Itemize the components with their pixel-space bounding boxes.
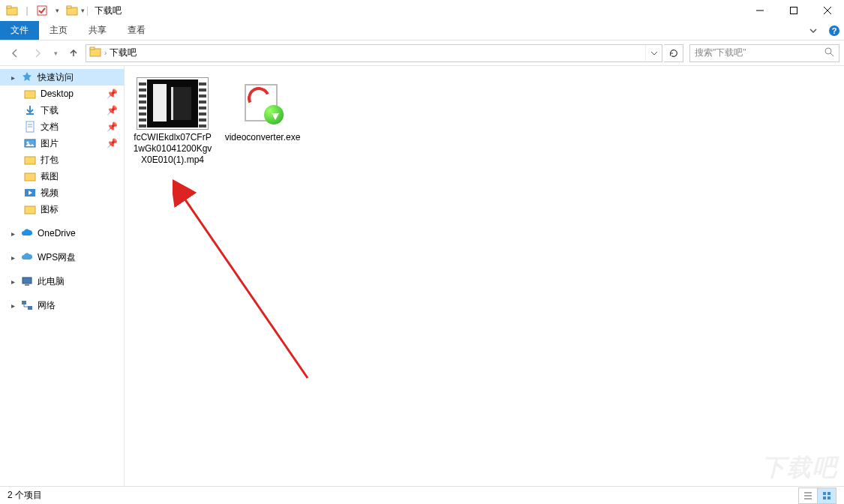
file-tab[interactable]: 文件	[0, 21, 39, 40]
video-icon	[24, 187, 36, 199]
status-bar: 2 个项目	[0, 486, 844, 504]
up-button[interactable]	[63, 44, 84, 63]
file-item-video[interactable]: fcCWIEkdlx07CFrP1wGk01041200KgvX0E010(1)…	[131, 75, 215, 166]
refresh-button[interactable]	[664, 44, 683, 62]
folder-icon	[24, 88, 36, 100]
svg-rect-36	[823, 496, 826, 500]
navigation-pane: ▸ 快速访问 Desktop📌 下载📌 文档📌 图片📌 打包 截图 视频 图标 …	[0, 66, 125, 486]
exe-icon	[225, 75, 300, 132]
sidebar-item-desktop[interactable]: Desktop📌	[0, 86, 124, 102]
svg-point-13	[825, 48, 831, 54]
breadcrumb-separator[interactable]: ›	[104, 49, 107, 57]
folder-icon	[24, 154, 36, 166]
svg-rect-26	[23, 278, 32, 284]
forward-button[interactable]	[27, 44, 48, 63]
sidebar-item-pictures[interactable]: 图片📌	[0, 135, 124, 152]
sidebar-thispc[interactable]: ▸此电脑	[0, 273, 124, 290]
folder-icon	[24, 203, 36, 215]
explorer-body: ▸ 快速访问 Desktop📌 下载📌 文档📌 图片📌 打包 截图 视频 图标 …	[0, 66, 844, 486]
sidebar-item-downloads[interactable]: 下载📌	[0, 102, 124, 118]
expand-icon[interactable]: ▸	[9, 302, 17, 310]
svg-rect-27	[25, 284, 29, 286]
pin-icon: 📌	[107, 88, 118, 99]
file-item-exe[interactable]: videoconverter.exe	[221, 75, 305, 143]
icons-view-button[interactable]	[817, 488, 836, 504]
expand-icon[interactable]: ▸	[9, 230, 17, 238]
folder-app-icon	[5, 3, 20, 18]
document-icon	[24, 121, 36, 133]
search-box[interactable]: 搜索"下载吧"	[689, 44, 839, 62]
svg-rect-1	[7, 6, 11, 8]
qat-dropdown-icon[interactable]: ▾	[50, 3, 65, 18]
maximize-button[interactable]	[776, 0, 810, 21]
cloud-icon	[21, 227, 33, 239]
sidebar-quick-access[interactable]: ▸ 快速访问	[0, 69, 124, 86]
search-placeholder: 搜索"下载吧"	[695, 46, 746, 59]
details-view-button[interactable]	[798, 488, 818, 504]
svg-rect-37	[827, 496, 830, 500]
back-button[interactable]	[5, 44, 26, 63]
folder-icon	[24, 170, 36, 182]
quick-access-toolbar: | ▾ ▾ |	[0, 3, 89, 18]
expand-icon[interactable]: ▸	[9, 254, 17, 262]
close-button[interactable]	[810, 0, 844, 21]
svg-line-30	[183, 196, 308, 378]
network-icon	[21, 299, 33, 311]
svg-rect-25	[25, 206, 35, 214]
qat-separator: |	[20, 3, 35, 18]
sidebar-label: 快速访问	[38, 71, 74, 84]
pictures-icon	[24, 137, 36, 149]
cloud-icon	[21, 251, 33, 263]
sidebar-network[interactable]: ▸网络	[0, 297, 124, 314]
folder-title-icon	[65, 3, 80, 18]
svg-rect-34	[823, 492, 826, 495]
breadcrumb-item[interactable]: 下载吧	[110, 46, 137, 59]
address-dropdown-icon[interactable]	[645, 45, 662, 62]
svg-rect-4	[67, 6, 71, 8]
expand-icon[interactable]: ▸	[9, 74, 17, 82]
svg-rect-2	[38, 6, 47, 15]
star-icon	[21, 71, 33, 83]
address-bar[interactable]: › 下载吧	[86, 44, 662, 62]
recent-dropdown[interactable]: ▾	[50, 44, 62, 63]
sidebar-item-videos[interactable]: 视频	[0, 184, 124, 201]
address-folder-icon	[89, 46, 101, 60]
qat-chevron[interactable]: ▾	[81, 7, 85, 14]
sidebar-item-documents[interactable]: 文档📌	[0, 118, 124, 135]
svg-rect-23	[25, 173, 35, 181]
tab-view[interactable]: 查看	[117, 21, 156, 40]
minimize-button[interactable]	[743, 0, 776, 21]
pin-icon: 📌	[107, 122, 118, 132]
help-icon[interactable]: ?	[824, 21, 844, 40]
pin-icon: 📌	[107, 138, 118, 148]
navigation-bar: ▾ › 下载吧 搜索"下载吧"	[0, 40, 844, 66]
svg-rect-12	[90, 47, 95, 50]
tab-home[interactable]: 主页	[39, 21, 78, 40]
sidebar-onedrive[interactable]: ▸OneDrive	[0, 225, 124, 242]
sidebar-wps[interactable]: ▸WPS网盘	[0, 249, 124, 266]
ribbon-expand-icon[interactable]	[802, 21, 824, 40]
title-bar: | ▾ ▾ | 下载吧	[0, 0, 844, 21]
svg-line-14	[830, 53, 833, 56]
window-title: 下载吧	[95, 4, 122, 17]
watermark: 下载吧	[761, 452, 838, 484]
expand-icon[interactable]: ▸	[9, 278, 17, 286]
window-controls	[743, 0, 844, 21]
video-thumbnail	[135, 75, 210, 132]
pin-icon: 📌	[107, 105, 118, 116]
file-list-area[interactable]: fcCWIEkdlx07CFrP1wGk01041200KgvX0E010(1)…	[125, 66, 844, 486]
view-mode-buttons	[799, 488, 836, 504]
svg-rect-15	[25, 91, 35, 98]
sidebar-item-jietu[interactable]: 截图	[0, 168, 124, 184]
svg-rect-22	[25, 157, 35, 164]
sidebar-item-dabao[interactable]: 打包	[0, 152, 124, 168]
download-icon	[24, 104, 36, 116]
status-item-count: 2 个项目	[8, 489, 42, 502]
properties-qat-icon[interactable]	[35, 3, 50, 18]
svg-rect-6	[790, 8, 797, 14]
sidebar-item-tubiao[interactable]: 图标	[0, 201, 124, 218]
ribbon-tabs: 文件 主页 共享 查看 ?	[0, 21, 844, 40]
file-name: fcCWIEkdlx07CFrP1wGk01041200KgvX0E010(1)…	[131, 132, 215, 166]
svg-rect-35	[827, 492, 830, 495]
tab-share[interactable]: 共享	[78, 21, 117, 40]
